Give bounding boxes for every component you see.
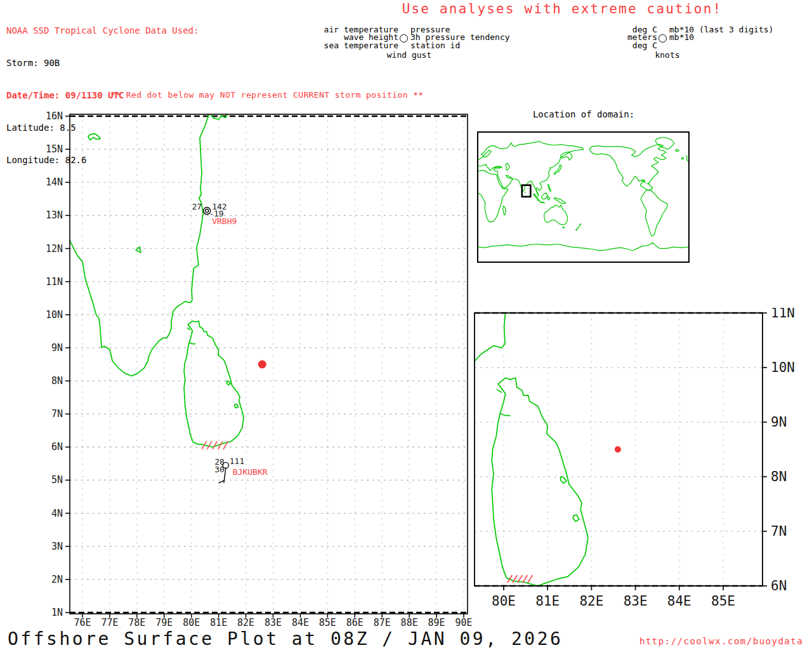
legend-wind-gust-unit: knots xyxy=(613,50,721,60)
coastline xyxy=(554,164,561,175)
y-axis-label: 6N xyxy=(771,578,787,594)
coastline xyxy=(548,184,551,191)
hatch-mark xyxy=(528,575,532,583)
y-axis-label: 11N xyxy=(46,276,63,288)
coastline xyxy=(226,381,230,385)
coastline xyxy=(655,138,674,150)
coastline xyxy=(478,170,508,222)
coastline xyxy=(503,206,506,215)
weather-plot-page: NOAA SSD Tropical Cyclone Data Used: Sto… xyxy=(0,0,812,650)
coastline xyxy=(563,227,565,228)
coastline xyxy=(525,192,526,192)
coastline xyxy=(469,308,563,468)
x-axis-label: 87E xyxy=(374,617,391,628)
y-axis-label: 9N xyxy=(51,342,63,354)
y-axis-label: 3N xyxy=(51,541,63,552)
coastline xyxy=(576,224,581,230)
x-axis-label: 89E xyxy=(428,617,445,628)
y-axis-label: 8N xyxy=(771,469,787,484)
x-axis-label: 84E xyxy=(667,594,691,609)
coastline xyxy=(641,190,667,236)
coastline xyxy=(554,198,566,204)
x-axis-label: 77E xyxy=(101,617,118,628)
x-axis-label: 81E xyxy=(210,617,227,628)
hatch-mark xyxy=(523,575,527,583)
coastline xyxy=(573,515,579,521)
source-url[interactable]: http://coolwx.com/buoydata xyxy=(639,636,803,646)
y-axis-label: 14N xyxy=(46,176,63,188)
coastline xyxy=(560,477,566,483)
x-axis-label: 83E xyxy=(624,594,648,609)
main-map-coastlines xyxy=(69,113,244,448)
calm-wind-icon xyxy=(206,209,209,212)
legend-sea-temp-label: sea temperature xyxy=(272,42,398,50)
legend-tendency-unit: mb*10 xyxy=(669,34,694,41)
station-id: VRBH9 xyxy=(212,216,237,226)
zoom-inset-map: 80E81E82E83E84E85E11N10N9N8N7N6N xyxy=(469,308,812,619)
coastline xyxy=(500,413,511,416)
y-axis-label: 10N xyxy=(771,360,795,375)
world-inset-title: Location of domain: xyxy=(476,109,691,119)
coastline xyxy=(136,247,141,253)
y-axis-label: 13N xyxy=(46,209,63,221)
coastline xyxy=(542,193,547,199)
world-inset-map xyxy=(475,127,693,267)
x-axis-label: 79E xyxy=(155,617,173,628)
y-axis-label: 6N xyxy=(51,441,63,453)
y-axis-label: 8N xyxy=(51,375,63,387)
y-axis-label: 2N xyxy=(51,574,63,585)
x-axis-label: 82E xyxy=(237,617,254,628)
y-axis-label: 5N xyxy=(51,474,63,486)
coastline xyxy=(235,404,239,408)
x-axis-label: 80E xyxy=(183,617,200,628)
x-axis-label: 84E xyxy=(292,617,309,628)
station-plot: 28 30 111 BJKUBKR xyxy=(214,456,268,483)
coastline xyxy=(497,389,502,392)
station-pressure: 111 xyxy=(230,456,244,466)
legend-station-id-label: station id xyxy=(410,42,460,50)
x-axis-label: 86E xyxy=(346,617,363,628)
world-coastlines xyxy=(478,138,689,251)
map-frame xyxy=(70,114,468,614)
y-axis-label: 7N xyxy=(771,524,787,539)
x-axis-label: 88E xyxy=(401,617,418,628)
legend-wind-gust-label: wind gust xyxy=(355,50,463,60)
station-circle-icon xyxy=(400,34,408,43)
station-id: BJKUBKR xyxy=(233,467,268,477)
station-legend-params: air temperaturepressure wave height3h pr… xyxy=(272,26,510,50)
x-axis-label: 78E xyxy=(128,617,145,628)
storm-position-warning: ** Red dot below may NOT represent CURRE… xyxy=(110,90,424,100)
x-axis-label: 85E xyxy=(319,617,336,628)
coastline xyxy=(540,202,545,203)
y-axis-label: 16N xyxy=(46,110,63,122)
coastline xyxy=(184,321,244,448)
coastline xyxy=(187,328,190,330)
coastline xyxy=(589,144,666,190)
station-circle-icon xyxy=(658,34,667,43)
x-axis-label: 76E xyxy=(74,617,91,628)
station-legend-units: deg Cmb*10 (last 3 digits) metersmb*10 d… xyxy=(530,26,773,50)
coastline xyxy=(544,205,568,225)
legend-sea-temp-unit: deg C xyxy=(530,42,657,50)
main-map: 76E77E78E79E80E81E82E83E84E85E86E87E88E8… xyxy=(25,107,482,633)
storm-position-dot xyxy=(615,446,621,453)
station-plot: 27 142 -19 VRBH9 xyxy=(192,202,237,226)
coastline xyxy=(676,149,679,152)
data-source-label: NOAA SSD Tropical Cyclone Data Used: xyxy=(6,25,199,36)
y-axis-label: 7N xyxy=(51,408,63,420)
coastline xyxy=(189,343,195,344)
coastline xyxy=(547,196,550,200)
station-sea-temp: 30 xyxy=(214,465,225,474)
plot-title: Offshore Surface Plot at 08Z / JAN 09, 2… xyxy=(8,628,563,649)
y-axis-label: 1N xyxy=(51,607,63,618)
coastline xyxy=(478,242,689,251)
coastline xyxy=(506,163,510,170)
coastline xyxy=(88,134,101,140)
y-axis-label: 10N xyxy=(46,309,63,321)
wind-barb-icon xyxy=(219,481,224,483)
x-axis-label: 85E xyxy=(711,594,735,609)
zoom-map-coastlines xyxy=(469,308,588,586)
y-axis-label: 15N xyxy=(46,143,63,155)
x-axis-label: 80E xyxy=(492,594,516,609)
caution-banner: Use analyses with extreme caution! xyxy=(391,1,733,17)
